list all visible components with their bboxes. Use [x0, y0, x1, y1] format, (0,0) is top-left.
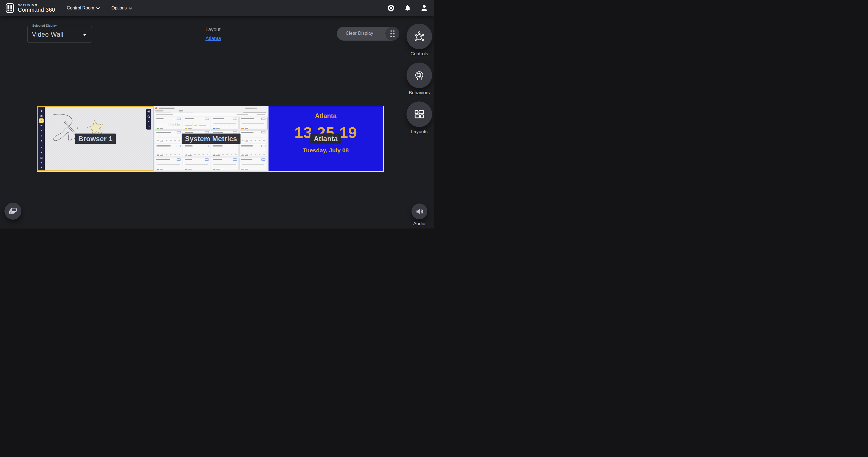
command360-logo-icon — [5, 3, 15, 13]
layout-section: Layout Atlanta — [206, 27, 221, 41]
video-wall-preview: ▶ ▣ ✎ ★ ● T ♠ + ■ ▤ ∗ ● — [37, 106, 384, 172]
panel-label-system-metrics: System Metrics — [182, 134, 241, 144]
spade-tool-icon: ♠ — [39, 138, 43, 143]
haivision-logo[interactable]: HAIVISION Command 360 — [5, 3, 55, 13]
drag-handle[interactable] — [385, 27, 399, 40]
metric-panel-badge — [233, 131, 237, 134]
metric-panel — [239, 131, 267, 143]
metric-panel-badge — [177, 159, 181, 161]
bell-icon — [404, 4, 411, 12]
pencil-tool-icon-selected: ✎ — [39, 118, 43, 123]
redo-icon: ↷ — [148, 126, 150, 128]
metric-panel — [155, 158, 182, 170]
metric-panel — [211, 158, 239, 170]
star-tool-icon: ★ — [39, 123, 43, 128]
dashboard-search-row — [155, 113, 267, 116]
cursor-tool-icon: ▶ — [39, 108, 43, 113]
square-tool-icon: ■ — [39, 150, 43, 155]
wall-panel-browser1[interactable]: ▶ ▣ ✎ ★ ● T ♠ + ■ ▤ ∗ ● — [37, 106, 154, 171]
command360-app: HAIVISION Command 360 Control Room Optio… — [0, 0, 434, 229]
user-icon — [421, 4, 428, 12]
controls-button[interactable] — [406, 24, 432, 49]
magnifier-icon — [148, 115, 150, 118]
brand-name: HAIVISION — [18, 3, 55, 6]
whiteboard-toolbar: ▶ ▣ ✎ ★ ● T ♠ + ■ ▤ ∗ ● — [38, 107, 45, 170]
metric-panel — [239, 144, 267, 157]
metric-panel-badge — [177, 145, 181, 147]
behaviors-button[interactable] — [406, 62, 432, 88]
metric-panel-badge — [233, 159, 237, 161]
panel-label-atlanta: Atlanta — [310, 134, 341, 144]
metric-panel-badge — [261, 159, 266, 161]
metric-panel-badge — [205, 131, 209, 134]
wall-panel-system-metrics[interactable]: System Metrics — [154, 106, 268, 171]
stack-icon — [9, 207, 17, 215]
text-tool-icon: T — [39, 134, 43, 138]
clear-display-button[interactable]: Clear Display — [337, 27, 399, 40]
selected-display-dropdown[interactable]: Selected Display Video Wall — [27, 26, 92, 43]
menu-control-room-label: Control Room — [67, 5, 94, 10]
chevron-down-icon — [129, 7, 132, 9]
layout-heading: Layout — [206, 27, 221, 32]
dashboard-logo-icon — [155, 107, 157, 109]
metric-panel — [183, 158, 211, 170]
metric-panel-badge — [205, 118, 209, 120]
wall-panel-atlanta-clock[interactable]: Atlanta 13.25.19 Tuesday, July 08 Atlant… — [269, 106, 383, 171]
metric-panel — [183, 144, 211, 157]
behaviors-label: Behaviors — [400, 90, 434, 96]
clock-city-title: Atlanta — [315, 112, 337, 120]
audio-label: Audio — [400, 221, 434, 227]
metric-panel — [211, 117, 239, 130]
chevron-down-icon — [96, 7, 100, 9]
metric-panel-badge — [261, 131, 266, 134]
metric-panel-badge — [205, 145, 209, 147]
metric-panel — [155, 131, 182, 143]
menu-options-label: Options — [111, 5, 127, 10]
top-bar: HAIVISION Command 360 Control Room Optio… — [0, 0, 434, 16]
metric-panel — [239, 117, 267, 130]
layouts-label: Layouts — [400, 129, 434, 135]
dashboard-scrollbar[interactable] — [267, 117, 268, 130]
gear-icon — [388, 4, 395, 12]
menu-control-room[interactable]: Control Room — [67, 5, 100, 10]
metric-panel — [239, 158, 267, 170]
product-name: Command 360 — [18, 7, 55, 12]
metric-panel-badge — [205, 159, 209, 161]
layouts-mosaic-icon — [413, 108, 425, 120]
metric-panel-badge — [177, 131, 181, 134]
metric-panel-badge — [177, 118, 181, 120]
add-tool-icon: + — [39, 145, 43, 150]
menu-options[interactable]: Options — [111, 5, 132, 10]
clear-display-label: Clear Display — [346, 31, 373, 36]
clock-date: Tuesday, July 08 — [303, 147, 349, 154]
layout-atlanta-link[interactable]: Atlanta — [206, 35, 221, 41]
scenes-stack-button[interactable] — [4, 203, 21, 220]
behaviors-brain-gear-icon — [413, 69, 426, 82]
dropdown-caret-icon — [83, 34, 87, 36]
notifications-button[interactable] — [404, 4, 411, 12]
speaker-icon — [416, 208, 424, 215]
metric-panel-badge — [261, 145, 266, 147]
metric-panel-badge — [233, 118, 237, 120]
shape2-tool-icon: ● — [39, 165, 43, 170]
settings-button[interactable] — [388, 4, 395, 12]
controls-icon — [413, 30, 425, 42]
controls-label: Controls — [400, 51, 434, 57]
layers-tool-icon: ▤ — [39, 155, 43, 160]
selected-display-label: Selected Display — [31, 24, 58, 27]
layouts-button[interactable] — [406, 102, 432, 127]
whiteboard-zoom-toolbar: ↶ ↷ — [146, 109, 151, 130]
metric-panel — [211, 144, 239, 157]
metric-panel-badge — [233, 145, 237, 147]
selected-display-value: Video Wall — [32, 31, 64, 38]
metric-panel-badge — [261, 118, 266, 120]
audio-button[interactable] — [411, 203, 427, 219]
shape-tool-icon: ● — [39, 128, 43, 133]
fit-view-icon — [148, 110, 150, 113]
user-menu-button[interactable] — [421, 4, 428, 12]
metric-panel — [155, 117, 182, 130]
share-tool-icon: ∗ — [39, 161, 43, 165]
frame-tool-icon: ▣ — [39, 113, 43, 118]
metric-panel — [183, 117, 211, 130]
panel-label-browser1: Browser 1 — [75, 134, 116, 144]
